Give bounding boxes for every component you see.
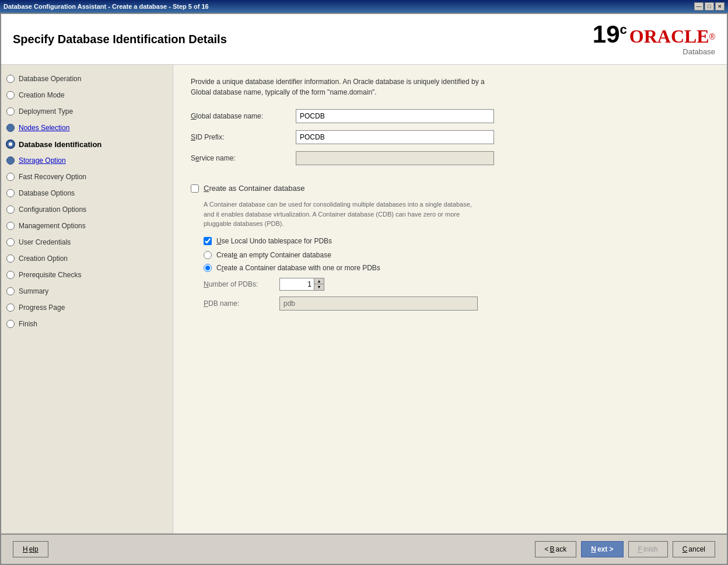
- create-with-pdbs-row: Create a Container database with one or …: [204, 264, 709, 272]
- oracle-c: c: [620, 22, 627, 37]
- sidebar-item-nodes-selection[interactable]: Nodes Selection: [1, 120, 173, 136]
- sidebar-item-creation-mode[interactable]: Creation Mode: [1, 87, 173, 103]
- sidebar-item-storage-option[interactable]: Storage Option: [1, 152, 173, 169]
- global-db-name-group: Global database name:: [191, 109, 709, 123]
- sidebar-icon-database-options: [6, 189, 15, 198]
- sidebar-label-deployment-type: Deployment Type: [19, 107, 73, 116]
- sidebar-item-database-operation[interactable]: Database Operation: [1, 71, 173, 87]
- service-name-label: Service name:: [191, 154, 296, 162]
- sidebar-icon-user-credentials: [6, 238, 15, 247]
- sidebar-item-database-identification[interactable]: Database Identification: [1, 136, 173, 152]
- page-title: Specify Database Identification Details: [13, 33, 227, 46]
- maximize-button[interactable]: □: [705, 2, 714, 11]
- sidebar-label-creation-mode: Creation Mode: [19, 91, 65, 99]
- global-db-name-label: Global database name:: [191, 112, 296, 120]
- service-name-input[interactable]: [296, 151, 494, 165]
- sidebar-label-finish: Finish: [19, 320, 37, 328]
- sidebar-icon-deployment-type: [6, 107, 15, 116]
- number-of-pdbs-label: Number of PDBs:: [204, 280, 279, 288]
- sidebar-item-creation-option[interactable]: Creation Option: [1, 250, 173, 267]
- sidebar-item-user-credentials[interactable]: User Credentials: [1, 234, 173, 250]
- create-empty-radio[interactable]: [204, 251, 212, 259]
- sidebar-icon-storage-option: [6, 156, 15, 165]
- use-local-undo-checkbox[interactable]: [204, 237, 212, 245]
- sidebar-icon-nodes-selection: [6, 123, 15, 132]
- oracle-brand: ORACLE®: [629, 26, 715, 47]
- container-type-group: Create an empty Container database Creat…: [204, 251, 709, 272]
- sidebar-icon-management-options: [6, 221, 15, 231]
- back-button[interactable]: < Back: [535, 541, 577, 557]
- number-of-pdbs-spinner: ▲ ▼: [279, 278, 324, 291]
- service-name-group: Service name:: [191, 151, 709, 165]
- oracle-trademark: ®: [709, 32, 715, 41]
- pdb-form: Number of PDBs: ▲ ▼ PDB name:: [204, 278, 709, 311]
- pdb-name-group: PDB name:: [204, 297, 709, 311]
- sidebar-icon-creation-option: [6, 254, 15, 263]
- sidebar-label-summary: Summary: [19, 287, 48, 295]
- sidebar-label-progress-page: Progress Page: [19, 304, 65, 312]
- next-underline: N: [591, 545, 596, 553]
- container-description: A Container database can be used for con…: [204, 200, 612, 229]
- close-button[interactable]: ✕: [715, 2, 724, 11]
- sidebar-item-fast-recovery-option[interactable]: Fast Recovery Option: [1, 169, 173, 185]
- create-container-checkbox[interactable]: [191, 184, 199, 193]
- use-local-undo-label: Use Local Undo tablespace for PDBs: [216, 237, 332, 245]
- spinner-down-button[interactable]: ▼: [314, 284, 324, 290]
- sidebar-item-database-options[interactable]: Database Options: [1, 185, 173, 201]
- help-button[interactable]: Help: [13, 541, 48, 557]
- create-empty-label: Create an empty Container database: [216, 251, 331, 259]
- finish-underline: F: [638, 545, 642, 553]
- use-local-undo-row: Use Local Undo tablespace for PDBs: [204, 237, 709, 245]
- spinner-up-button[interactable]: ▲: [314, 278, 324, 284]
- sidebar-icon-progress-page: [6, 303, 15, 312]
- description-text: Provide a unique database identifier inf…: [191, 76, 628, 97]
- oracle-product: Database: [682, 47, 715, 56]
- number-of-pdbs-input[interactable]: [279, 278, 314, 291]
- sidebar-icon-prerequisite-checks: [6, 270, 15, 280]
- title-bar-text: Database Configuration Assistant - Creat…: [4, 3, 209, 10]
- sidebar-label-database-options: Database Options: [19, 189, 75, 197]
- minimize-button[interactable]: —: [694, 2, 704, 11]
- header: Specify Database Identification Details …: [1, 14, 727, 65]
- sidebar-label-user-credentials: User Credentials: [19, 238, 71, 246]
- sidebar-label-database-operation: Database Operation: [19, 75, 81, 83]
- cancel-button[interactable]: Cancel: [673, 541, 715, 557]
- use-local-undo-group: Use Local Undo tablespace for PDBs: [204, 237, 709, 245]
- sid-prefix-input[interactable]: [296, 130, 494, 144]
- sidebar-label-management-options: Management Options: [19, 222, 86, 230]
- content-area: Database Operation Creation Mode Deploym…: [1, 65, 727, 533]
- sidebar-item-summary[interactable]: Summary: [1, 283, 173, 299]
- footer: Help < Back Next > Finish Cancel: [1, 533, 727, 564]
- sidebar-label-database-identification: Database Identification: [19, 140, 102, 149]
- oracle-version: 19c: [593, 22, 627, 47]
- cancel-underline: C: [682, 545, 688, 553]
- create-container-label: Create as Container database: [204, 184, 304, 193]
- sidebar-icon-configuration-options: [6, 205, 15, 214]
- number-of-pdbs-group: Number of PDBs: ▲ ▼: [204, 278, 709, 291]
- sidebar-label-prerequisite-checks: Prerequisite Checks: [19, 271, 81, 279]
- sidebar-icon-summary: [6, 287, 15, 296]
- finish-button[interactable]: Finish: [628, 541, 668, 557]
- sidebar-item-deployment-type[interactable]: Deployment Type: [1, 103, 173, 120]
- create-with-pdbs-radio[interactable]: [204, 264, 212, 272]
- help-underline: H: [23, 545, 28, 553]
- sidebar-item-management-options[interactable]: Management Options: [1, 218, 173, 234]
- oracle-name: ORACLE: [629, 26, 709, 47]
- spinner-buttons: ▲ ▼: [314, 278, 324, 291]
- sidebar-item-prerequisite-checks[interactable]: Prerequisite Checks: [1, 267, 173, 283]
- pdb-name-input[interactable]: [279, 297, 478, 311]
- sidebar-item-progress-page[interactable]: Progress Page: [1, 299, 173, 316]
- sidebar-item-configuration-options[interactable]: Configuration Options: [1, 201, 173, 218]
- title-bar: Database Configuration Assistant - Creat…: [0, 0, 728, 13]
- main-window: Specify Database Identification Details …: [0, 13, 728, 565]
- oracle-logo: 19c ORACLE® Database: [593, 22, 715, 56]
- footer-left: Help: [13, 541, 48, 557]
- next-button[interactable]: Next >: [581, 541, 623, 557]
- sidebar-icon-database-identification: [6, 139, 15, 149]
- footer-right: < Back Next > Finish Cancel: [535, 541, 715, 557]
- title-bar-buttons: — □ ✕: [694, 2, 724, 11]
- sidebar-item-finish[interactable]: Finish: [1, 316, 173, 332]
- global-db-name-input[interactable]: [296, 109, 494, 123]
- sidebar-icon-database-operation: [6, 74, 15, 83]
- sidebar-icon-fast-recovery-option: [6, 172, 15, 182]
